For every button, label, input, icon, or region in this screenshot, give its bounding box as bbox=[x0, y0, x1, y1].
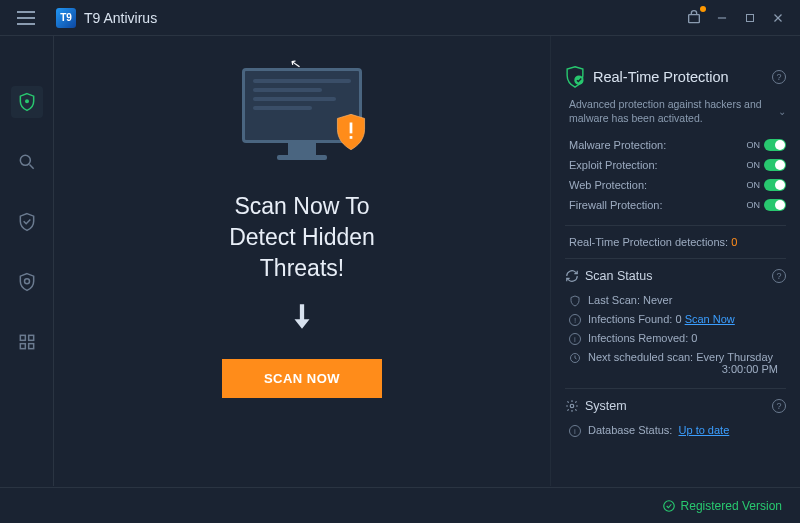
headline: Scan Now To Detect Hidden Threats! bbox=[229, 191, 375, 284]
svg-point-5 bbox=[25, 100, 28, 103]
registered-version-label: Registered Version bbox=[681, 499, 782, 513]
svg-rect-10 bbox=[28, 335, 33, 340]
scan-status-title: Scan Status bbox=[585, 269, 766, 283]
clock-icon bbox=[569, 352, 581, 364]
shield-warning-icon bbox=[334, 113, 368, 151]
menu-button[interactable] bbox=[8, 0, 44, 36]
svg-rect-9 bbox=[20, 335, 25, 340]
svg-rect-13 bbox=[350, 123, 353, 134]
minimize-button[interactable] bbox=[708, 4, 736, 32]
protection-row-firewall: Firewall Protection: ON bbox=[565, 195, 786, 215]
check-circle-icon bbox=[662, 499, 676, 513]
info-icon: i bbox=[569, 425, 581, 437]
sidebar bbox=[0, 36, 54, 486]
right-panel: Real-Time Protection ? Advanced protecti… bbox=[550, 36, 800, 486]
app-logo: T9 bbox=[56, 8, 76, 28]
svg-point-18 bbox=[663, 500, 674, 511]
svg-line-7 bbox=[29, 165, 33, 169]
footer: Registered Version bbox=[0, 487, 800, 523]
exploit-toggle[interactable] bbox=[764, 159, 786, 171]
svg-rect-14 bbox=[350, 136, 353, 139]
svg-rect-12 bbox=[28, 344, 33, 349]
web-toggle[interactable] bbox=[764, 179, 786, 191]
info-icon: ! bbox=[569, 314, 581, 326]
app-title: T9 Antivirus bbox=[84, 10, 157, 26]
sidebar-item-tools[interactable] bbox=[11, 326, 43, 358]
protection-row-malware: Malware Protection: ON bbox=[565, 135, 786, 155]
scan-now-button[interactable]: SCAN NOW bbox=[222, 359, 382, 398]
titlebar: T9 T9 Antivirus bbox=[0, 0, 800, 36]
help-icon[interactable]: ? bbox=[772, 70, 786, 84]
gear-icon bbox=[565, 399, 579, 413]
info-icon: i bbox=[569, 333, 581, 345]
sidebar-item-scan[interactable] bbox=[11, 146, 43, 178]
shield-check-icon bbox=[565, 66, 585, 88]
shield-icon bbox=[569, 295, 581, 307]
rtp-message: Advanced protection against hackers and … bbox=[569, 98, 772, 125]
chevron-down-icon[interactable]: ⌄ bbox=[778, 105, 786, 118]
help-icon[interactable]: ? bbox=[772, 269, 786, 283]
sidebar-item-firewall[interactable] bbox=[11, 266, 43, 298]
svg-rect-11 bbox=[20, 344, 25, 349]
arrow-down-icon bbox=[289, 302, 315, 339]
database-status-link[interactable]: Up to date bbox=[679, 424, 730, 436]
refresh-icon bbox=[565, 269, 579, 283]
sidebar-item-home[interactable] bbox=[11, 86, 43, 118]
main-area: ↖ Scan Now To Detect Hidden Threats! SCA… bbox=[54, 36, 550, 486]
sidebar-item-protection[interactable] bbox=[11, 206, 43, 238]
system-title: System bbox=[585, 399, 766, 413]
protection-row-web: Web Protection: ON bbox=[565, 175, 786, 195]
protection-row-exploit: Exploit Protection: ON bbox=[565, 155, 786, 175]
rtp-detections: Real-Time Protection detections: 0 bbox=[565, 236, 786, 248]
svg-point-8 bbox=[24, 279, 29, 284]
svg-rect-2 bbox=[747, 14, 754, 21]
firewall-toggle[interactable] bbox=[764, 199, 786, 211]
maximize-button[interactable] bbox=[736, 4, 764, 32]
scan-now-link[interactable]: Scan Now bbox=[685, 313, 735, 325]
svg-point-6 bbox=[20, 155, 30, 165]
cart-icon[interactable] bbox=[680, 4, 708, 32]
svg-point-17 bbox=[570, 405, 574, 409]
cursor-icon: ↖ bbox=[289, 55, 302, 72]
malware-toggle[interactable] bbox=[764, 139, 786, 151]
close-button[interactable] bbox=[764, 4, 792, 32]
monitor-illustration: ↖ bbox=[242, 68, 362, 163]
help-icon[interactable]: ? bbox=[772, 399, 786, 413]
svg-rect-0 bbox=[689, 14, 700, 22]
rtp-title: Real-Time Protection bbox=[593, 69, 764, 85]
